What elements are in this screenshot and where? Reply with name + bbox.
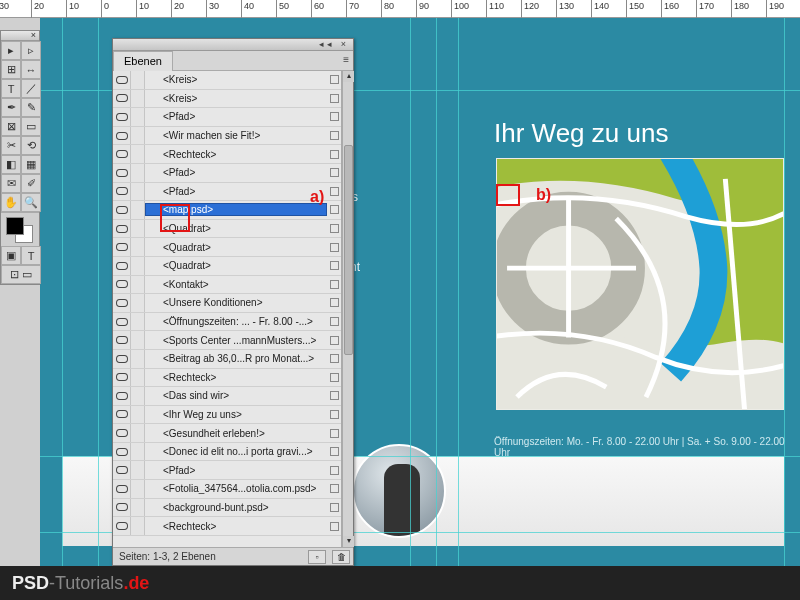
selection-tool[interactable]: ▸ — [1, 41, 21, 60]
rect-tool[interactable]: ▭ — [21, 117, 41, 136]
visibility-icon[interactable] — [113, 331, 131, 349]
layer-name[interactable]: <Unsere Konditionen> — [145, 297, 327, 308]
layer-row[interactable]: <background-bunt.psd> — [113, 499, 341, 518]
target-square-icon[interactable] — [327, 276, 341, 294]
gradient-swatch-tool[interactable]: ◧ — [1, 155, 21, 174]
layer-name[interactable]: <Fotolia_347564...otolia.com.psd> — [145, 483, 327, 494]
target-square-icon[interactable] — [327, 313, 341, 331]
target-square-icon[interactable] — [327, 238, 341, 256]
visibility-icon[interactable] — [113, 424, 131, 442]
visibility-icon[interactable] — [113, 90, 131, 108]
visibility-icon[interactable] — [113, 480, 131, 498]
layer-name[interactable]: <Pfad> — [145, 167, 327, 178]
view-mode-tool[interactable]: ⊡ ▭ — [1, 265, 41, 284]
lock-column[interactable] — [131, 313, 145, 331]
visibility-icon[interactable] — [113, 499, 131, 517]
color-swatches[interactable] — [1, 212, 39, 246]
lock-column[interactable] — [131, 387, 145, 405]
zoom-tool[interactable]: 🔍 — [21, 193, 41, 212]
target-square-icon[interactable] — [327, 331, 341, 349]
layer-row[interactable]: <Sports Center ...mannMusters...> — [113, 331, 341, 350]
layer-row[interactable]: <Rechteck> — [113, 145, 341, 164]
target-square-icon[interactable] — [327, 108, 341, 126]
layer-name[interactable]: <Donec id elit no...i porta gravi...> — [145, 446, 327, 457]
target-square-icon[interactable] — [327, 294, 341, 312]
panel-controls[interactable]: ◂◂ × — [319, 39, 349, 49]
lock-column[interactable] — [131, 108, 145, 126]
target-square-icon[interactable] — [327, 183, 341, 201]
page-tool[interactable]: ⊞ — [1, 60, 21, 79]
layer-row[interactable]: <Rechteck> — [113, 517, 341, 536]
visibility-icon[interactable] — [113, 127, 131, 145]
lock-column[interactable] — [131, 350, 145, 368]
layer-name[interactable]: <Wir machen sie Fit!> — [145, 130, 327, 141]
layer-row[interactable]: <map.psd> — [113, 201, 341, 220]
visibility-icon[interactable] — [113, 71, 131, 89]
visibility-icon[interactable] — [113, 517, 131, 535]
target-square-icon[interactable] — [327, 387, 341, 405]
lock-column[interactable] — [131, 145, 145, 163]
visibility-icon[interactable] — [113, 387, 131, 405]
direct-select-tool[interactable]: ▹ — [21, 41, 41, 60]
lock-column[interactable] — [131, 183, 145, 201]
target-square-icon[interactable] — [327, 480, 341, 498]
visibility-icon[interactable] — [113, 461, 131, 479]
layer-name[interactable]: <Rechteck> — [145, 521, 327, 532]
layer-row[interactable]: <Kreis> — [113, 71, 341, 90]
panel-titlebar[interactable]: ◂◂ × — [113, 39, 353, 51]
lock-column[interactable] — [131, 238, 145, 256]
lock-column[interactable] — [131, 480, 145, 498]
layer-name[interactable]: <Pfad> — [145, 111, 327, 122]
layer-row[interactable]: <Das sind wir> — [113, 387, 341, 406]
transform-tool[interactable]: ⟲ — [21, 136, 41, 155]
lock-column[interactable] — [131, 164, 145, 182]
target-square-icon[interactable] — [327, 406, 341, 424]
layer-name[interactable]: <Das sind wir> — [145, 390, 327, 401]
layer-name[interactable]: <Pfad> — [145, 186, 327, 197]
scroll-thumb[interactable] — [344, 145, 353, 355]
target-square-icon[interactable] — [327, 145, 341, 163]
pencil-tool[interactable]: ✎ — [21, 98, 41, 117]
layer-row[interactable]: <Pfad> — [113, 461, 341, 480]
layer-row[interactable]: <Donec id elit no...i porta gravi...> — [113, 443, 341, 462]
lock-column[interactable] — [131, 201, 145, 219]
layer-row[interactable]: <Öffnungszeiten: ... - Fr. 8.00 -...> — [113, 313, 341, 332]
note-tool[interactable]: ✉ — [1, 174, 21, 193]
target-square-icon[interactable] — [327, 369, 341, 387]
close-icon[interactable]: × — [31, 30, 36, 40]
rect-frame-tool[interactable]: ⊠ — [1, 117, 21, 136]
visibility-icon[interactable] — [113, 238, 131, 256]
lock-column[interactable] — [131, 220, 145, 238]
layer-name[interactable]: <Quadrat> — [145, 260, 327, 271]
gradient-tool[interactable]: ▦ — [21, 155, 41, 174]
layer-name[interactable]: <Pfad> — [145, 465, 327, 476]
visibility-icon[interactable] — [113, 313, 131, 331]
lock-column[interactable] — [131, 499, 145, 517]
visibility-icon[interactable] — [113, 220, 131, 238]
pen-tool[interactable]: ✒ — [1, 98, 21, 117]
lock-column[interactable] — [131, 71, 145, 89]
visibility-icon[interactable] — [113, 350, 131, 368]
layer-name[interactable]: <Rechteck> — [145, 372, 327, 383]
gap-tool[interactable]: ↔ — [21, 60, 41, 79]
layer-row[interactable]: <Ihr Weg zu uns> — [113, 406, 341, 425]
panel-menu-icon[interactable]: ≡ — [343, 54, 349, 65]
layer-row[interactable]: <Unsere Konditionen> — [113, 294, 341, 313]
layer-scrollbar[interactable]: ▴ ▾ — [342, 71, 353, 547]
target-square-icon[interactable] — [327, 127, 341, 145]
target-square-icon[interactable] — [327, 220, 341, 238]
fill-swatch[interactable] — [6, 217, 24, 235]
layer-row[interactable]: <Quadrat> — [113, 220, 341, 239]
scissors-tool[interactable]: ✂ — [1, 136, 21, 155]
layer-name[interactable]: <Kontakt> — [145, 279, 327, 290]
layer-row[interactable]: <Rechteck> — [113, 369, 341, 388]
layer-row[interactable]: <Beitrag ab 36,0...R pro Monat...> — [113, 350, 341, 369]
visibility-icon[interactable] — [113, 406, 131, 424]
layer-row[interactable]: <Quadrat> — [113, 257, 341, 276]
visibility-icon[interactable] — [113, 201, 131, 219]
layer-list[interactable]: <Kreis><Kreis><Pfad><Wir machen sie Fit!… — [113, 71, 342, 547]
layer-row[interactable]: <Pfad> — [113, 164, 341, 183]
target-square-icon[interactable] — [327, 90, 341, 108]
layer-name[interactable]: <Ihr Weg zu uns> — [145, 409, 327, 420]
type-tool[interactable]: T — [1, 79, 21, 98]
